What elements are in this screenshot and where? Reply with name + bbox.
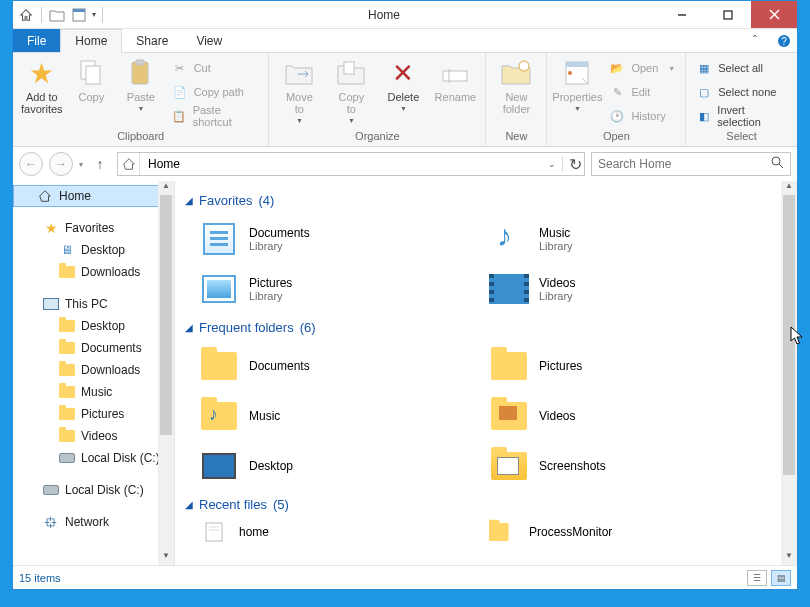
star-icon: ★ (26, 57, 58, 89)
address-bar[interactable]: Home ⌄ ↻ (117, 152, 585, 176)
tile-pictures-library[interactable]: PicturesLibrary (185, 264, 475, 314)
tab-home[interactable]: Home (60, 29, 122, 53)
maximize-button[interactable] (705, 1, 751, 28)
new-folder-button[interactable]: New folder (492, 55, 540, 115)
refresh-button[interactable]: ↻ (569, 155, 582, 174)
tile-videos-library[interactable]: VideosLibrary (475, 264, 765, 314)
item-count: 15 items (19, 572, 61, 584)
scroll-down-icon[interactable]: ▼ (781, 551, 797, 565)
tiles-view-button[interactable]: ▤ (771, 570, 791, 586)
content-scrollbar[interactable]: ▲ ▼ (781, 181, 797, 565)
file-icon (199, 520, 229, 544)
recent-locations-button[interactable]: ▾ (79, 160, 83, 169)
tile-music-folder[interactable]: ♪Music (185, 391, 475, 441)
folder-icon (489, 446, 529, 486)
nav-home[interactable]: Home (13, 185, 174, 207)
tile-recent-home[interactable]: home (185, 518, 475, 546)
add-to-favorites-button[interactable]: ★ Add to favorites (19, 55, 65, 115)
minimize-button[interactable] (659, 1, 705, 28)
details-view-button[interactable]: ☰ (747, 570, 767, 586)
svg-rect-12 (344, 62, 354, 74)
group-header-recent[interactable]: ◢ Recent files (5) (185, 497, 797, 512)
ribbon: ★ Add to favorites Copy Paste ▼ ✂Cut 📄Co… (13, 53, 797, 147)
tab-view[interactable]: View (182, 29, 236, 52)
nav-favorites[interactable]: ★Favorites (13, 217, 174, 239)
scroll-thumb[interactable] (160, 195, 172, 435)
tile-desktop-folder[interactable]: Desktop (185, 441, 475, 491)
nav-pc-videos[interactable]: Videos (13, 425, 174, 447)
close-button[interactable] (751, 1, 797, 28)
select-none-button[interactable]: ▢Select none (692, 81, 791, 103)
ribbon-tabs: File Home Share View ˆ ? (13, 29, 797, 53)
search-box[interactable] (591, 152, 791, 176)
nav-pc-documents[interactable]: Documents (13, 337, 174, 359)
group-label: New (492, 130, 540, 146)
tile-music-library[interactable]: MusicLibrary (475, 214, 765, 264)
copy-path-button[interactable]: 📄Copy path (168, 81, 263, 103)
nav-pc-downloads[interactable]: Downloads (13, 359, 174, 381)
select-all-button[interactable]: ▦Select all (692, 57, 791, 79)
nav-pc-pictures[interactable]: Pictures (13, 403, 174, 425)
paste-button[interactable]: Paste ▼ (118, 55, 164, 112)
tile-pictures-folder[interactable]: Pictures (475, 341, 765, 391)
copy-to-button[interactable]: Copy to ▼ (327, 55, 375, 124)
content-pane: ◢ Favorites (4) DocumentsLibrary MusicLi… (175, 181, 797, 565)
nav-downloads[interactable]: Downloads (13, 261, 174, 283)
history-button[interactable]: 🕑History (605, 105, 679, 127)
nav-pc-local-disk[interactable]: Local Disk (C:) (13, 447, 174, 469)
up-button[interactable]: ↑ (89, 153, 111, 175)
move-to-button[interactable]: Move to ▼ (275, 55, 323, 124)
tile-screenshots-folder[interactable]: Screenshots (475, 441, 765, 491)
nav-pc-desktop[interactable]: Desktop (13, 315, 174, 337)
open-button[interactable]: 📂Open▼ (605, 57, 679, 79)
svg-rect-3 (724, 11, 732, 19)
rename-button[interactable]: Rename (431, 55, 479, 103)
tab-file[interactable]: File (13, 29, 60, 52)
tab-share[interactable]: Share (122, 29, 182, 52)
ribbon-group-organize: Move to ▼ Copy to ▼ ✕ Delete ▼ Rename (269, 53, 486, 146)
collapse-icon: ◢ (185, 322, 193, 333)
scroll-up-icon[interactable]: ▲ (158, 181, 174, 195)
home-icon[interactable] (17, 6, 35, 24)
collapse-icon: ◢ (185, 499, 193, 510)
properties-button[interactable]: Properties ▼ (553, 55, 601, 112)
nav-network[interactable]: ⯐Network (13, 511, 174, 533)
chevron-down-icon: ▼ (574, 105, 581, 112)
qat-dropdown-icon[interactable]: ▾ (92, 10, 96, 19)
tile-videos-folder[interactable]: Videos (475, 391, 765, 441)
nav-pc-music[interactable]: Music (13, 381, 174, 403)
scroll-thumb[interactable] (783, 195, 795, 475)
cut-button[interactable]: ✂Cut (168, 57, 263, 79)
group-header-favorites[interactable]: ◢ Favorites (4) (185, 193, 797, 208)
tile-documents-folder[interactable]: Documents (185, 341, 475, 391)
help-icon[interactable]: ? (777, 34, 791, 48)
address-dropdown-icon[interactable]: ⌄ (548, 159, 556, 169)
scroll-down-icon[interactable]: ▼ (158, 551, 174, 565)
search-icon[interactable] (771, 155, 784, 173)
collapse-ribbon-icon[interactable]: ˆ (753, 34, 767, 48)
edit-button[interactable]: ✎Edit (605, 81, 679, 103)
properties-qat-icon[interactable] (70, 6, 88, 24)
nav-desktop[interactable]: 🖥Desktop (13, 239, 174, 261)
svg-text:?: ? (781, 36, 787, 47)
scroll-up-icon[interactable]: ▲ (781, 181, 797, 195)
invert-selection-button[interactable]: ◧Invert selection (692, 105, 791, 127)
star-icon: ★ (43, 220, 59, 236)
breadcrumb[interactable]: Home (140, 153, 188, 175)
invert-selection-icon: ◧ (696, 108, 711, 124)
nav-local-disk[interactable]: Local Disk (C:) (13, 479, 174, 501)
back-button[interactable]: ← (19, 152, 43, 176)
tile-documents-library[interactable]: DocumentsLibrary (185, 214, 475, 264)
paste-shortcut-button[interactable]: 📋Paste shortcut (168, 105, 263, 127)
copy-to-icon (335, 57, 367, 89)
delete-button[interactable]: ✕ Delete ▼ (379, 55, 427, 112)
search-input[interactable] (598, 157, 784, 171)
group-header-frequent[interactable]: ◢ Frequent folders (6) (185, 320, 797, 335)
nav-this-pc[interactable]: This PC (13, 293, 174, 315)
new-folder-qat-icon[interactable] (48, 6, 66, 24)
tile-recent-processmonitor[interactable]: ProcessMonitor (475, 518, 765, 546)
nav-scrollbar[interactable]: ▲ ▼ (158, 181, 174, 565)
copy-button[interactable]: Copy (69, 55, 115, 103)
forward-button[interactable]: → (49, 152, 73, 176)
pictures-library-icon (199, 269, 239, 309)
